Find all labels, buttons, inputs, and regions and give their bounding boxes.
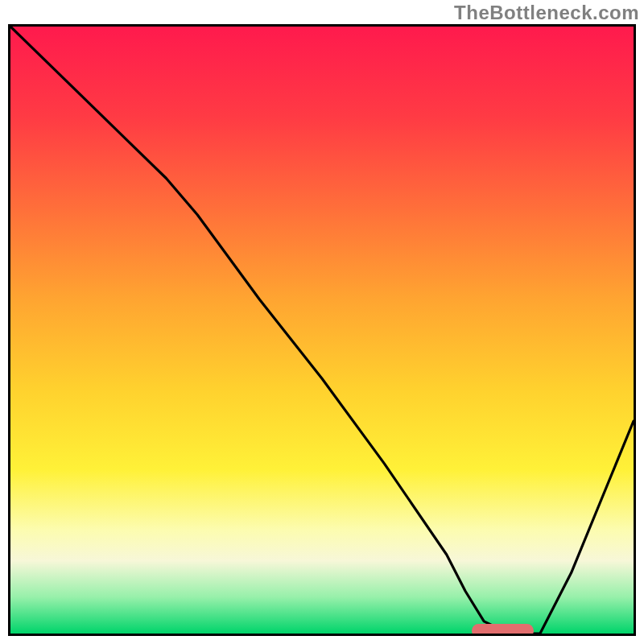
curve-path — [10, 27, 634, 634]
chart-frame — [8, 24, 636, 636]
watermark: TheBottleneck.com — [454, 2, 639, 24]
chart-container: TheBottleneck.com — [0, 0, 644, 644]
bottleneck-curve — [10, 27, 634, 634]
optimal-marker — [472, 624, 534, 636]
